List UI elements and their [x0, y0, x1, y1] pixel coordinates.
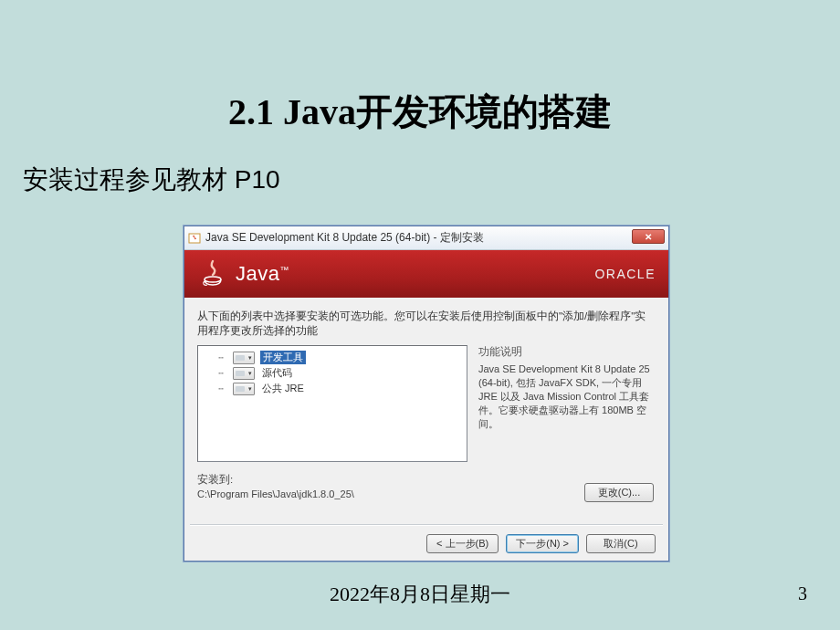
close-icon: ✕	[645, 232, 652, 242]
tree-connector-icon: ⋯	[218, 352, 231, 362]
button-row: < 上一步(B) 下一步(N) > 取消(C)	[184, 525, 668, 562]
drive-icon[interactable]: ▾	[233, 352, 255, 364]
oracle-logo-text: ORACLE	[594, 267, 656, 281]
desc-title: 功能说明	[478, 345, 656, 359]
drive-icon[interactable]: ▾	[233, 383, 255, 395]
installer-window: Java SE Development Kit 8 Update 25 (64-…	[184, 226, 669, 562]
titlebar[interactable]: Java SE Development Kit 8 Update 25 (64-…	[184, 226, 668, 250]
tree-connector-icon: ⋯	[218, 383, 231, 394]
page-number: 3	[798, 583, 807, 604]
svg-point-1	[205, 277, 221, 282]
feature-label: 公共 JRE	[260, 382, 306, 395]
tree-connector-icon: ⋯	[218, 368, 231, 378]
feature-item-dev-tools[interactable]: ⋯ ▾ 开发工具	[200, 350, 465, 365]
feature-item-jre[interactable]: ⋯ ▾ 公共 JRE	[200, 381, 465, 396]
content-area: 从下面的列表中选择要安装的可选功能。您可以在安装后使用控制面板中的"添加/删除程…	[184, 298, 668, 524]
titlebar-text: Java SE Development Kit 8 Update 25 (64-…	[205, 230, 484, 246]
change-button[interactable]: 更改(C)...	[584, 483, 654, 502]
feature-label: 开发工具	[260, 351, 306, 364]
drive-icon[interactable]: ▾	[233, 367, 255, 380]
java-box-icon	[188, 232, 201, 245]
next-button[interactable]: 下一步(N) >	[506, 534, 579, 553]
feature-item-source[interactable]: ⋯ ▾ 源代码	[200, 365, 465, 381]
feature-tree[interactable]: ⋯ ▾ 开发工具 ⋯ ▾ 源代码 ⋯ ▾ 公共 JRE	[197, 345, 467, 462]
window-close-button[interactable]: ✕	[632, 229, 665, 244]
footer-date: 2022年8月8日星期一	[0, 581, 840, 608]
instruction-text: 从下面的列表中选择要安装的可选功能。您可以在安装后使用控制面板中的"添加/删除程…	[197, 309, 656, 338]
back-button[interactable]: < 上一步(B)	[426, 534, 499, 553]
cancel-button[interactable]: 取消(C)	[586, 534, 656, 553]
slide-subtitle: 安装过程参见教材 P10	[0, 137, 840, 197]
slide-title: 2.1 Java开发环境的搭建	[0, 0, 840, 137]
java-coffee-icon	[197, 258, 228, 289]
java-logo-text: Java™	[236, 262, 289, 286]
feature-description: 功能说明 Java SE Development Kit 8 Update 25…	[478, 345, 656, 462]
banner: Java™ ORACLE	[184, 250, 668, 298]
desc-text: Java SE Development Kit 8 Update 25 (64-…	[478, 362, 656, 430]
feature-label: 源代码	[260, 366, 294, 380]
